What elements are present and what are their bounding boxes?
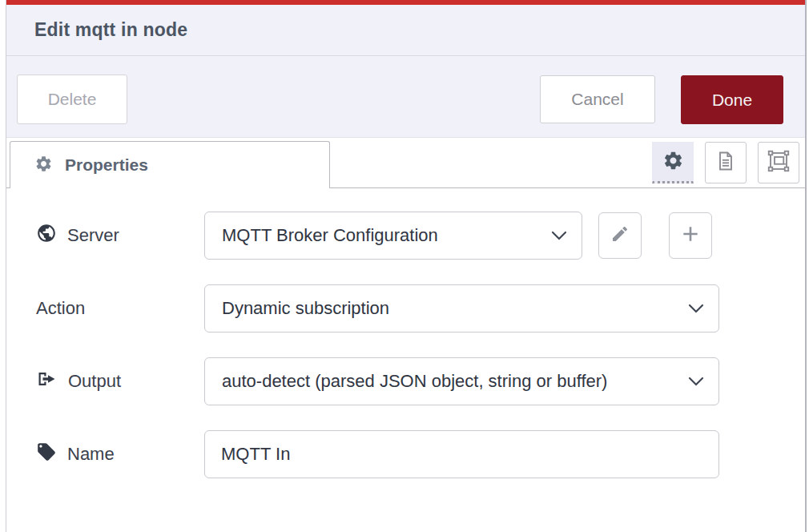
output-row: Output auto-detect (parsed JSON object, … [36, 357, 805, 405]
tab-toolbar [652, 142, 799, 183]
server-label-text: Server [67, 225, 119, 246]
action-select[interactable]: Dynamic subscription [204, 284, 719, 332]
name-row: Name [36, 430, 805, 478]
name-input[interactable] [204, 430, 719, 478]
plus-icon [680, 224, 701, 248]
appearance-icon [767, 149, 791, 176]
cancel-button[interactable]: Cancel [540, 75, 655, 123]
output-label-text: Output [68, 371, 121, 392]
tag-icon [36, 441, 57, 467]
server-select-value: MQTT Broker Configuration [222, 225, 540, 246]
sign-out-icon [36, 369, 58, 393]
output-select-value: auto-detect (parsed JSON object, string … [222, 371, 677, 392]
edit-server-button[interactable] [598, 212, 642, 259]
editor-tab-strip: Properties [6, 138, 805, 188]
description-toolbar-button[interactable] [705, 142, 747, 183]
tray-header: Edit mqtt in node [6, 5, 805, 56]
add-server-button[interactable] [669, 212, 712, 259]
server-select[interactable]: MQTT Broker Configuration [204, 212, 582, 260]
gear-icon [662, 150, 684, 175]
server-label: Server [36, 223, 204, 248]
action-select-value: Dynamic subscription [222, 298, 677, 319]
action-row: Action Dynamic subscription [36, 284, 805, 332]
dialog-title: Edit mqtt in node [34, 19, 187, 41]
tab-properties-label: Properties [65, 155, 148, 175]
edit-node-dialog: Edit mqtt in node Delete Cancel Done Pro… [0, 0, 809, 532]
tab-properties[interactable]: Properties [10, 141, 330, 188]
name-label: Name [36, 441, 204, 467]
server-row: Server MQTT Broker Configuration [36, 212, 805, 260]
name-label-text: Name [67, 444, 115, 465]
action-label: Action [36, 298, 204, 319]
globe-icon [36, 223, 57, 248]
chevron-down-icon [550, 225, 568, 246]
output-select[interactable]: auto-detect (parsed JSON object, string … [204, 357, 719, 405]
delete-button[interactable]: Delete [17, 75, 127, 124]
document-icon [714, 150, 737, 175]
action-label-text: Action [36, 298, 85, 319]
pencil-icon [610, 224, 630, 247]
chevron-down-icon [687, 371, 705, 392]
gear-icon [34, 155, 53, 176]
properties-toolbar-button[interactable] [652, 142, 694, 183]
node-properties-form: Server MQTT Broker Configuration [6, 188, 805, 478]
chevron-down-icon [687, 298, 705, 319]
tray-button-row: Delete Cancel Done [6, 56, 805, 138]
appearance-toolbar-button[interactable] [758, 142, 799, 183]
output-label: Output [36, 369, 204, 393]
tray-panel: Edit mqtt in node Delete Cancel Done Pro… [6, 0, 807, 532]
done-button[interactable]: Done [681, 75, 783, 124]
